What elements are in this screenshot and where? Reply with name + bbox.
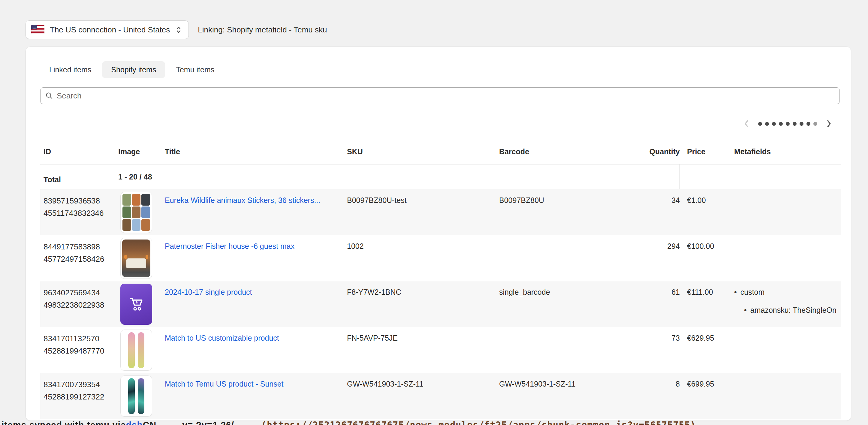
tab-shopify-items[interactable]: Shopify items	[102, 61, 165, 78]
page-dots	[758, 122, 817, 126]
select-chevrons-icon	[175, 26, 182, 34]
metafield-item: amazonsku: TheSingleOn	[744, 306, 842, 314]
tab-temu-items[interactable]: Temu items	[167, 61, 223, 78]
connection-selector[interactable]: The US connection - United States	[26, 21, 189, 39]
column-header-barcode: Barcode	[499, 147, 643, 156]
product-image-cart: a	[120, 284, 152, 325]
tab-linked-items[interactable]: Linked items	[40, 61, 100, 78]
table-row: 834170073935445288199127322 Match to Tem…	[40, 373, 841, 419]
product-price: €629.95	[680, 327, 727, 342]
product-title-link[interactable]: Paternoster Fisher house -6 guest max	[165, 242, 294, 250]
prev-page-button[interactable]	[742, 119, 751, 128]
next-page-button[interactable]	[825, 119, 834, 128]
product-id: 839571593653845511743832346	[40, 189, 118, 219]
search-icon	[45, 92, 53, 100]
page-dot[interactable]	[765, 122, 769, 126]
product-barcode: GW-W541903-1-SZ-11	[499, 373, 643, 388]
linking-mode-text: Linking: Shopify metafield - Temu sku	[198, 25, 327, 34]
column-header-quantity: Quantity	[643, 147, 680, 156]
product-image-pink-snowboards	[120, 330, 152, 371]
product-image-stickers	[120, 192, 152, 233]
connection-label: The US connection - United States	[50, 25, 170, 34]
page-dot[interactable]	[758, 122, 762, 126]
product-price: €100.00	[680, 235, 727, 251]
search-input[interactable]	[57, 91, 835, 100]
total-row: Total 1 - 20 / 48	[40, 164, 841, 189]
page-dot[interactable]	[800, 122, 803, 126]
product-id: 963402756943449832238022938	[40, 281, 118, 311]
clipped-text-segment: items synced with temu via	[1, 420, 126, 425]
shopping-cart-icon: a	[127, 295, 146, 314]
search-box[interactable]	[40, 87, 840, 104]
product-title-link[interactable]: Match to Temu US product - Sunset	[165, 380, 284, 388]
product-barcode: B0097BZ80U	[499, 189, 643, 205]
product-sku: FN-5AVP-75JE	[347, 327, 499, 342]
total-label: Total	[40, 168, 118, 186]
product-quantity: 61	[643, 281, 680, 297]
product-metafields: custom amazonsku: TheSingleOn	[727, 281, 842, 324]
tab-bar: Linked items Shopify items Temu items	[40, 61, 841, 78]
product-quantity: 294	[643, 235, 680, 251]
product-id: 844917758389845772497158426	[40, 235, 118, 265]
table-row: 834170113257045288199487770 Match to US …	[40, 327, 841, 373]
table-header-row: ID Image Title SKU Barcode Quantity Pric…	[40, 139, 841, 164]
page-dot[interactable]	[786, 122, 790, 126]
column-header-price: Price	[680, 147, 727, 156]
top-bar: The US connection - United States Linkin…	[26, 21, 327, 39]
product-sku: B0097BZ80U-test	[347, 189, 499, 205]
product-sku: F8-Y7W2-1BNC	[347, 281, 499, 297]
product-price: €1.00	[680, 189, 727, 205]
column-header-sku: SKU	[347, 147, 499, 156]
column-header-image: Image	[118, 147, 165, 156]
clipped-text-segment: CN	[143, 420, 156, 425]
product-title-link[interactable]: Match to US customizable product	[165, 334, 279, 342]
table-row: 963402756943449832238022938 a 2024-10-17…	[40, 281, 841, 327]
page-dot[interactable]	[806, 122, 810, 126]
product-barcode	[499, 327, 643, 334]
product-quantity: 73	[643, 327, 680, 342]
items-card: Linked items Shopify items Temu items	[26, 47, 851, 421]
product-barcode	[499, 235, 643, 242]
page-dot[interactable]	[813, 122, 817, 126]
pagination	[40, 119, 841, 128]
product-barcode: single_barcode	[499, 281, 643, 297]
page-dot[interactable]	[779, 122, 783, 126]
table-row: 844917758389845772497158426 Paternoster …	[40, 235, 841, 281]
shopify-items-table: ID Image Title SKU Barcode Quantity Pric…	[40, 139, 841, 419]
page-dot[interactable]	[793, 122, 797, 126]
product-price: €699.95	[680, 373, 727, 388]
product-image-bedroom	[120, 238, 152, 279]
clipped-text-segment: (https://2521267676767675/news_modules/f…	[261, 420, 696, 425]
column-header-title: Title	[165, 147, 347, 156]
clipped-text-segment: dsh	[126, 420, 143, 425]
product-title-link[interactable]: 2024-10-17 single product	[165, 288, 252, 296]
product-id: 834170073935445288199127322	[40, 373, 118, 403]
us-flag-icon	[31, 25, 44, 34]
product-image-teal-snowboard	[120, 375, 152, 417]
product-price: €111.00	[680, 281, 727, 297]
product-title-link[interactable]: Eureka Wildlife animaux Stickers, 36 sti…	[165, 196, 320, 204]
page-dot[interactable]	[772, 122, 776, 126]
column-header-id: ID	[40, 146, 118, 158]
total-range: 1 - 20 / 48	[118, 173, 165, 181]
clipped-bottom-text: items synced with temu via dshCNv= ?v=1.…	[0, 420, 868, 425]
product-quantity: 34	[643, 189, 680, 205]
table-row: 839571593653845511743832346 Eureka Wildl…	[40, 189, 841, 235]
clipped-text-segment: v= ?v=1.26/	[182, 420, 234, 425]
svg-text:a: a	[136, 300, 138, 304]
product-sku: GW-W541903-1-SZ-11	[347, 373, 499, 388]
product-sku: 1002	[347, 235, 499, 251]
column-header-metafields: Metafields	[727, 147, 842, 156]
product-id: 834170113257045288199487770	[40, 327, 118, 357]
metafield-item: custom	[734, 288, 842, 297]
product-quantity: 8	[643, 373, 680, 388]
